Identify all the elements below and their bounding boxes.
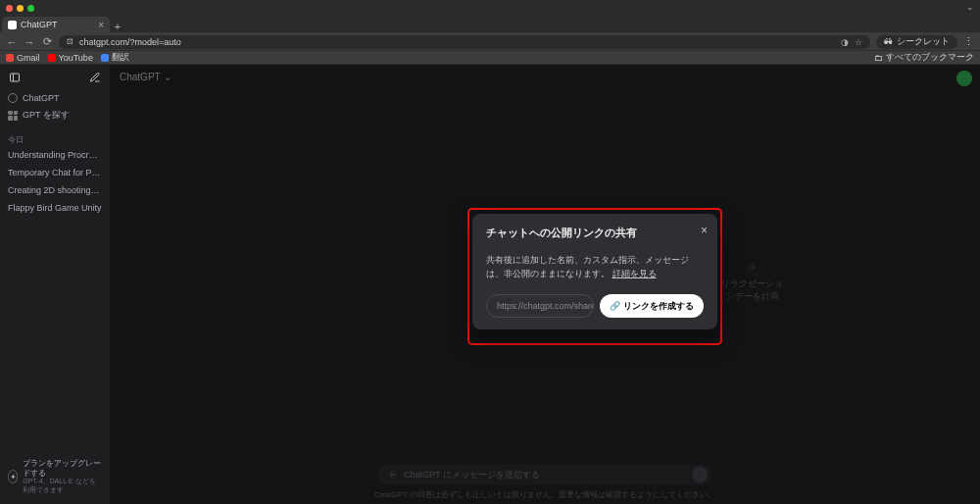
close-window-icon[interactable] (6, 5, 13, 12)
bookmark-youtube[interactable]: YouTube (48, 53, 93, 63)
upgrade-subtitle: GPT-4、DALL·E などを利用できます (23, 478, 102, 494)
address-bar[interactable]: ⊡ chatgpt.com/?model=auto ◑ ☆ (59, 35, 870, 49)
new-chat-icon[interactable] (88, 71, 102, 84)
translate-bm-icon (101, 54, 109, 62)
modal-close-button[interactable]: × (701, 224, 708, 237)
learn-more-link[interactable]: 詳細を見る (612, 269, 657, 278)
share-link-modal: チャットへの公開リンクの共有 × 共有後に追加した名前、カスタム指示、メッセージ… (472, 214, 717, 329)
sidebar-item-explore-gpts[interactable]: GPT を探す (4, 106, 106, 125)
bookmark-gmail[interactable]: Gmail (6, 53, 40, 63)
create-link-button[interactable]: 🔗 リンクを作成する (600, 294, 704, 318)
sidebar-chat-item[interactable]: Flappy Bird Game Unity (4, 200, 106, 216)
reload-button[interactable]: ⟳ (41, 35, 53, 48)
main-area: ChatGPT ⌄ ✈ リラクゼーショ ンデーを計画 ⎘ ChatGPT にメッ… (110, 65, 980, 504)
link-icon: 🔗 (610, 301, 620, 311)
window-controls (6, 5, 34, 12)
favicon-icon (8, 21, 17, 29)
bookmarks-bar: Gmail YouTube 翻訳 🗀すべてのブックマーク (0, 51, 980, 65)
grid-icon (8, 111, 18, 121)
browser-menu-button[interactable]: ⋮ (963, 35, 974, 48)
back-button[interactable]: ← (6, 36, 18, 48)
incognito-indicator[interactable]: 🕶 シークレット (876, 35, 957, 49)
sidebar-section-header: 今日 (4, 134, 106, 145)
sidebar-chat-item[interactable]: Temporary Chat for Privacy (4, 165, 106, 180)
sidebar-item-label: ChatGPT (23, 93, 60, 103)
chatgpt-logo-icon (8, 93, 18, 103)
browser-tabbar: ChatGPT × + (0, 16, 980, 33)
modal-body-text: 共有後に追加した名前、カスタム指示、メッセージは、非公開のままになります。 (486, 255, 689, 278)
forward-button[interactable]: → (24, 36, 35, 48)
sidebar-item-chatgpt[interactable]: ChatGPT (4, 90, 106, 106)
upgrade-title: プランをアップグレードする (23, 459, 102, 478)
bookmark-star-icon[interactable]: ☆ (855, 37, 862, 47)
sidebar-chat-item[interactable]: Creating 2D shooting game (4, 182, 106, 198)
sidebar-item-label: GPT を探す (23, 109, 70, 122)
upgrade-plan-button[interactable]: ✦ プランをアップグレードする GPT-4、DALL·E などを利用できます (4, 455, 106, 498)
modal-body: 共有後に追加した名前、カスタム指示、メッセージは、非公開のままになります。 詳細… (486, 254, 704, 280)
browser-toolbar: ← → ⟳ ⊡ chatgpt.com/?model=auto ◑ ☆ 🕶 シー… (0, 33, 980, 51)
tab-close-icon[interactable]: × (98, 20, 104, 30)
share-url-field[interactable]: https://chatgpt.com/share/... (486, 294, 594, 318)
incognito-label: シークレット (897, 35, 950, 48)
svg-rect-0 (11, 74, 20, 81)
sidebar: ChatGPT GPT を探す 今日 Understanding Procras… (0, 65, 110, 504)
translate-icon[interactable]: ◑ (841, 37, 849, 47)
tab-title: ChatGPT (21, 20, 94, 29)
sidebar-toggle-icon[interactable] (8, 71, 22, 84)
gmail-icon (6, 54, 14, 62)
expand-icon[interactable]: ⌄ (966, 2, 974, 12)
share-url-text: https://chatgpt.com/share/... (497, 301, 594, 311)
bookmark-translate[interactable]: 翻訳 (101, 51, 129, 64)
maximize-window-icon[interactable] (27, 5, 34, 12)
chatgpt-app: ChatGPT GPT を探す 今日 Understanding Procras… (0, 65, 980, 504)
browser-tab-chatgpt[interactable]: ChatGPT × (2, 17, 110, 32)
os-titlebar: ⌄ (0, 0, 980, 16)
url-text: chatgpt.com/?model=auto (79, 37, 181, 47)
create-link-label: リンクを作成する (623, 300, 694, 313)
minimize-window-icon[interactable] (17, 5, 24, 12)
folder-icon: 🗀 (874, 53, 883, 63)
all-bookmarks-button[interactable]: 🗀すべてのブックマーク (874, 51, 974, 64)
youtube-icon (48, 54, 56, 62)
incognito-icon: 🕶 (884, 37, 893, 47)
sidebar-chat-item[interactable]: Understanding Procrastination (4, 147, 106, 163)
site-info-icon[interactable]: ⊡ (67, 37, 74, 46)
new-tab-button[interactable]: + (110, 21, 125, 32)
modal-title: チャットへの公開リンクの共有 (486, 226, 704, 240)
sparkle-icon: ✦ (8, 470, 18, 483)
